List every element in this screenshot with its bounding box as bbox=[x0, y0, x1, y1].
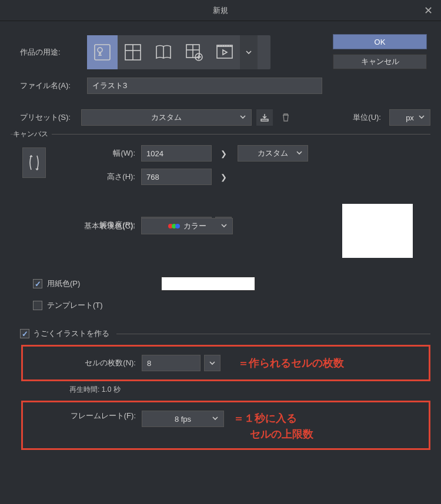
colormode-label: 基本表現色(C): bbox=[53, 221, 141, 231]
unit-value: px bbox=[406, 113, 414, 122]
window-title: 新規 bbox=[213, 5, 228, 16]
titlebar: 新規 ✕ bbox=[0, 0, 441, 21]
chevron-down-icon bbox=[220, 222, 228, 231]
cells-chevron-icon[interactable] bbox=[204, 355, 220, 371]
comic-icon[interactable] bbox=[118, 35, 148, 69]
arrow-right-icon[interactable]: ❯ bbox=[215, 169, 232, 185]
canvas-preview bbox=[342, 204, 413, 258]
template-label: テンプレート(T) bbox=[47, 300, 103, 311]
chevron-down-icon bbox=[212, 415, 219, 424]
annotation-fps-text: ＝１秒に入る セルの上限数 bbox=[233, 411, 313, 442]
canvas-legend: キャンバス bbox=[13, 129, 52, 139]
preset-label: プリセット(S): bbox=[20, 112, 76, 123]
framerate-value: 8 fps bbox=[175, 415, 191, 424]
colormode-select[interactable]: カラー bbox=[141, 218, 233, 234]
cells-input[interactable]: 8 bbox=[142, 355, 201, 371]
height-label: 高さ(H): bbox=[53, 172, 141, 182]
divider bbox=[116, 334, 430, 334]
orientation-toggle[interactable] bbox=[22, 147, 46, 178]
unit-select[interactable]: px bbox=[389, 109, 430, 126]
close-icon[interactable]: ✕ bbox=[420, 2, 436, 19]
purpose-toolbar bbox=[87, 35, 270, 69]
illustration-icon[interactable] bbox=[87, 35, 118, 69]
preset-value: カスタム bbox=[151, 112, 182, 123]
framerate-label: フレームレート(F): bbox=[30, 411, 142, 421]
size-preset-value: カスタム bbox=[258, 148, 288, 159]
arrow-right-icon[interactable]: ❯ bbox=[215, 145, 232, 162]
svg-rect-0 bbox=[95, 45, 110, 60]
chevron-down-icon bbox=[296, 149, 303, 158]
template-checkbox[interactable] bbox=[33, 301, 42, 310]
chevron-down-icon bbox=[418, 113, 425, 122]
ok-button[interactable]: OK bbox=[333, 34, 427, 49]
anim-checkbox[interactable] bbox=[20, 329, 29, 338]
svg-rect-9 bbox=[217, 46, 232, 58]
animation-setup-icon[interactable] bbox=[179, 35, 209, 69]
annotation-cells-text: ＝作られるセルの枚数 bbox=[238, 356, 344, 370]
cells-label: セルの枚数(N): bbox=[30, 358, 142, 368]
cancel-button[interactable]: キャンセル bbox=[333, 54, 427, 69]
movie-icon[interactable] bbox=[209, 35, 240, 69]
playback-time: 再生時間: 1.0 秒 bbox=[69, 385, 430, 395]
paper-color-label: 用紙色(P) bbox=[47, 278, 80, 289]
width-input[interactable]: 1024 bbox=[141, 145, 212, 162]
height-input[interactable]: 768 bbox=[141, 169, 212, 185]
annotation-framerate: フレームレート(F): 8 fps ＝１秒に入る セルの上限数 bbox=[21, 401, 430, 450]
width-label: 幅(W): bbox=[53, 148, 141, 159]
book-icon[interactable] bbox=[148, 35, 179, 69]
paper-color-checkbox[interactable] bbox=[33, 279, 42, 288]
chevron-down-icon bbox=[239, 113, 246, 122]
trash-icon[interactable] bbox=[278, 109, 294, 126]
framerate-select[interactable]: 8 fps bbox=[142, 411, 224, 427]
paper-color-swatch[interactable] bbox=[161, 277, 255, 291]
size-preset-select[interactable]: カスタム bbox=[238, 145, 308, 162]
purpose-label: 作品の用途: bbox=[11, 47, 87, 58]
annotation-cells: セルの枚数(N): 8 ＝作られるセルの枚数 bbox=[21, 345, 430, 381]
preset-select[interactable]: カスタム bbox=[81, 109, 252, 126]
colormode-value: カラー bbox=[183, 221, 206, 231]
svg-point-1 bbox=[98, 48, 102, 52]
filename-label: ファイル名(A): bbox=[20, 80, 87, 91]
canvas-fieldset: キャンバス 幅(W): 1024 ❯ カスタム 高さ(H): 768 bbox=[11, 134, 430, 318]
filename-input[interactable]: イラスト3 bbox=[87, 78, 322, 94]
unit-label: 単位(U): bbox=[353, 112, 381, 123]
anim-legend: うごくイラストを作る bbox=[33, 328, 109, 339]
purpose-more-chevron-icon[interactable] bbox=[240, 35, 258, 69]
save-preset-icon[interactable] bbox=[256, 109, 273, 126]
